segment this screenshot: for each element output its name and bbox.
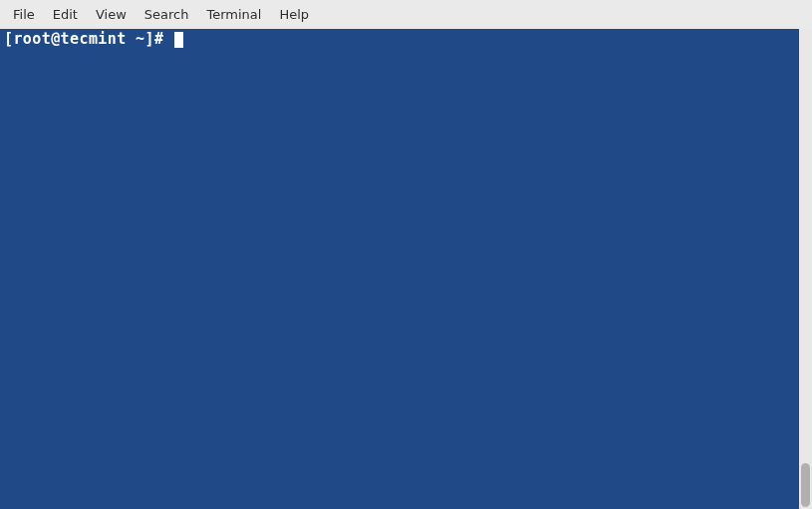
menu-help[interactable]: Help bbox=[270, 2, 318, 27]
terminal-container: [root@tecmint ~]# bbox=[0, 29, 812, 509]
terminal-body[interactable]: [root@tecmint ~]# bbox=[0, 29, 799, 509]
menu-view[interactable]: View bbox=[87, 2, 135, 27]
menu-search[interactable]: Search bbox=[135, 2, 198, 27]
menu-file[interactable]: File bbox=[4, 2, 44, 27]
text-cursor bbox=[174, 32, 183, 48]
menubar: File Edit View Search Terminal Help bbox=[0, 0, 812, 29]
shell-prompt: [root@tecmint ~]# bbox=[4, 30, 173, 48]
menu-edit[interactable]: Edit bbox=[44, 2, 87, 27]
scrollbar-track[interactable] bbox=[799, 29, 812, 509]
menu-terminal[interactable]: Terminal bbox=[197, 2, 270, 27]
scrollbar-thumb[interactable] bbox=[801, 463, 810, 507]
